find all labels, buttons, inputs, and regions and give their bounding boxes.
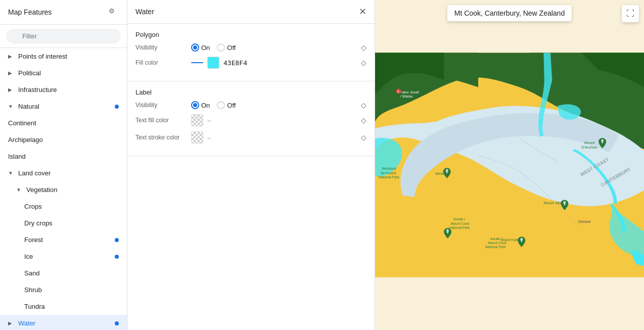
off-label: Off — [227, 44, 236, 52]
expand-arrow: ▶ — [8, 320, 14, 326]
expand-arrow: ▶ — [8, 70, 14, 76]
text-stroke-color-row: Text stroke color – ◇ — [135, 131, 366, 144]
sidebar-item-label: Land cover — [18, 169, 119, 177]
sidebar-item-ice[interactable]: Ice — [0, 248, 127, 265]
sidebar-item-land-cover[interactable]: ▼ Land cover — [0, 165, 127, 181]
fullscreen-button[interactable]: ⛶ — [622, 5, 639, 22]
sidebar-item-label: Infrastructure — [18, 86, 119, 93]
diamond-icon[interactable]: ◇ — [361, 116, 366, 124]
diamond-icon[interactable]: ◇ — [361, 133, 366, 142]
label-visibility-row: Visibility On Off ◇ — [135, 101, 366, 109]
sidebar-item-label: Dry crops — [24, 219, 119, 227]
sidebar-header: Map Features ⚙ — [0, 0, 127, 25]
label-visibility-on-option[interactable]: On — [191, 101, 210, 109]
sidebar-item-label: Forest — [24, 236, 112, 244]
polygon-section-title: Polygon — [135, 31, 366, 38]
fullscreen-icon: ⛶ — [626, 9, 634, 18]
color-swatch[interactable] — [207, 57, 219, 69]
label-section: Label Visibility On Off ◇ Text fill colo… — [127, 81, 375, 156]
sidebar-item-sand[interactable]: Sand — [0, 265, 127, 281]
map-label-mt-darchiac: Mount — [584, 140, 595, 145]
sidebar-item-label: Island — [8, 153, 119, 160]
map-label-aoraki-1b: Mount Cook — [451, 222, 470, 225]
sidebar-item-label: Archipelago — [8, 136, 119, 144]
dot-indicator — [115, 105, 119, 109]
label-section-title: Label — [135, 88, 366, 96]
sidebar-item-label: Political — [18, 69, 119, 77]
sidebar-item-forest[interactable]: Forest — [0, 231, 127, 248]
sidebar-item-points-of-interest[interactable]: ▶ Points of interest — [0, 48, 127, 65]
visibility-label: Visibility — [135, 44, 191, 51]
sidebar-item-label: Water — [18, 319, 112, 327]
expand-arrow: ▼ — [16, 187, 22, 193]
visibility-row: Visibility On Off ◇ — [135, 43, 366, 52]
sidebar-item-vegetation[interactable]: ▼ Vegetation — [0, 181, 127, 198]
text-fill-color-row-inner: – — [191, 114, 361, 126]
text-fill-color-label: Text fill color — [135, 117, 191, 124]
expand-arrow: ▶ — [8, 87, 14, 92]
color-row: 43E8F4 — [191, 57, 361, 69]
radio-off[interactable] — [217, 43, 225, 52]
map-label-aoraki-2a: Aoraki / — [490, 237, 502, 241]
sidebar-item-infrastructure[interactable]: ▶ Infrastructure — [0, 81, 127, 98]
dot-indicator — [115, 238, 119, 242]
label-radio-off[interactable] — [217, 101, 225, 109]
sidebar-item-political[interactable]: ▶ Political — [0, 65, 127, 81]
map-label-westland-1: Westland — [382, 167, 396, 170]
sidebar: Map Features ⚙ ☰ ▶ Points of interest ▶ … — [0, 0, 127, 330]
fill-color-row: Fill color 43E8F4 ◇ — [135, 57, 366, 69]
sidebar-item-dry-crops[interactable]: Dry crops — [0, 215, 127, 231]
sidebar-item-tundra[interactable]: Tundra — [0, 298, 127, 315]
diamond-icon[interactable]: ◇ — [361, 101, 366, 109]
sidebar-item-archipelago[interactable]: Archipelago — [0, 131, 127, 148]
label-on-label: On — [201, 102, 210, 109]
visibility-on-option[interactable]: On — [191, 43, 210, 52]
text-fill-dash: – — [207, 117, 211, 124]
label-radio-on[interactable] — [191, 101, 199, 109]
sidebar-item-island[interactable]: Island — [0, 148, 127, 165]
map-label-aoraki-1a: Aoraki / — [453, 217, 465, 221]
text-stroke-dash: – — [207, 134, 211, 142]
expand-arrow: ▶ — [8, 54, 14, 59]
map-search-bar: Mt Cook, Canterbury, New Zealand — [447, 5, 572, 21]
sidebar-item-label: Points of interest — [18, 53, 119, 60]
sidebar-item-label: Crops — [24, 203, 119, 210]
expand-arrow: ▼ — [8, 104, 14, 109]
filter-bar: ☰ — [0, 25, 127, 48]
expand-arrow: ▼ — [8, 170, 14, 176]
map-svg: WEST COAST CANTERBURY WEST COAST CANTERB… — [375, 0, 644, 330]
text-stroke-color-label: Text stroke color — [135, 134, 191, 141]
close-button[interactable]: ✕ — [359, 7, 366, 16]
sidebar-item-natural[interactable]: ▼ Natural — [0, 98, 127, 115]
map-label-aoraki-1c: National Park — [449, 226, 470, 229]
sidebar-item-crops[interactable]: Crops — [0, 198, 127, 215]
map-label-mt-darchiac-2: D'Archiac — [581, 145, 597, 150]
polygon-section: Polygon Visibility On Off ◇ Fill color — [127, 24, 375, 81]
diamond-icon[interactable]: ◇ — [361, 43, 366, 52]
sidebar-item-label: Natural — [18, 103, 112, 110]
filter-wrap: ☰ — [6, 29, 121, 43]
sidebar-item-continent[interactable]: Continent — [0, 115, 127, 131]
text-fill-swatch[interactable] — [191, 114, 203, 126]
filter-input[interactable] — [6, 29, 121, 43]
text-fill-color-row: Text fill color – ◇ — [135, 114, 366, 126]
label-visibility-radio-group: On Off — [191, 101, 361, 109]
dot-indicator — [115, 255, 119, 259]
visibility-radio-group: On Off — [191, 43, 361, 52]
diamond-icon[interactable]: ◇ — [361, 59, 366, 67]
radio-on[interactable] — [191, 43, 199, 52]
label-visibility-off-option[interactable]: Off — [217, 101, 236, 109]
text-stroke-swatch[interactable] — [191, 131, 203, 144]
search-text: Mt Cook, Canterbury, New Zealand — [454, 9, 565, 17]
map-label-westland-3: National Park — [379, 175, 399, 179]
gear-icon[interactable]: ⚙ — [109, 7, 119, 17]
color-value: 43E8F4 — [223, 59, 247, 67]
map-label-waiau: / Waiau — [400, 94, 413, 99]
sidebar-item-water[interactable]: ▶ Water — [0, 315, 127, 330]
visibility-off-option[interactable]: Off — [217, 43, 236, 52]
fill-color-label: Fill color — [135, 59, 191, 66]
on-label: On — [201, 44, 210, 52]
water-panel: Water ✕ Polygon Visibility On Off ◇ Fill… — [127, 0, 375, 330]
map-marker-label: 6 — [397, 90, 399, 93]
sidebar-item-shrub[interactable]: Shrub — [0, 281, 127, 298]
